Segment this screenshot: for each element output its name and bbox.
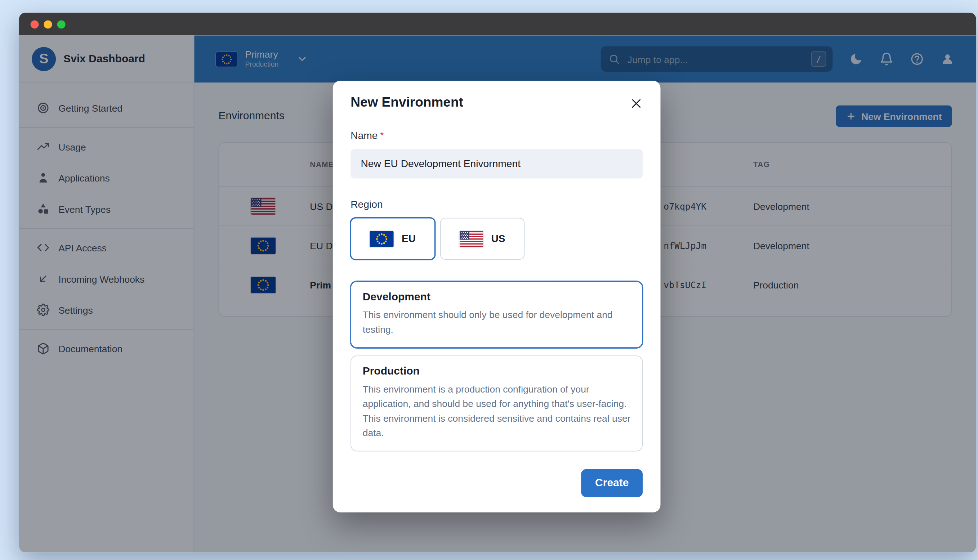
zoom-window-button[interactable] [57,20,65,28]
name-label: Name* [350,130,643,142]
environment-type-development[interactable]: Development This environment should only… [350,281,643,348]
region-selector: EU US [350,218,643,260]
environment-name-input[interactable] [350,149,643,178]
region-label: Region [350,199,643,210]
modal-header: New Environment [350,95,643,110]
app-viewport: S Svix Dashboard Getting Started Usage [19,36,976,552]
modal-footer: Create [350,469,643,497]
window-titlebar [19,13,976,35]
region-option-label: EU [402,233,416,245]
scaled-stage: S Svix Dashboard Getting Started Usage [0,0,978,560]
region-option-eu[interactable]: EU [350,218,435,260]
region-option-label: US [491,233,505,245]
type-title: Development [363,291,631,303]
modal-title: New Environment [350,95,463,110]
create-button[interactable]: Create [581,469,643,497]
name-label-text: Name [350,130,378,141]
close-window-button[interactable] [31,20,39,28]
new-environment-modal: New Environment Name* Region EU US [333,81,661,512]
minimize-window-button[interactable] [44,20,52,28]
eu-flag-icon [370,231,394,247]
app-window: S Svix Dashboard Getting Started Usage [19,13,976,552]
close-icon[interactable] [630,97,643,110]
type-title: Production [363,365,631,377]
required-marker: * [380,130,384,140]
us-flag-icon [459,231,483,247]
type-description: This environment is a production configu… [363,382,631,440]
type-description: This environment should only be used for… [363,307,631,337]
region-option-us[interactable]: US [440,218,525,260]
environment-type-production[interactable]: Production This environment is a product… [350,355,643,451]
